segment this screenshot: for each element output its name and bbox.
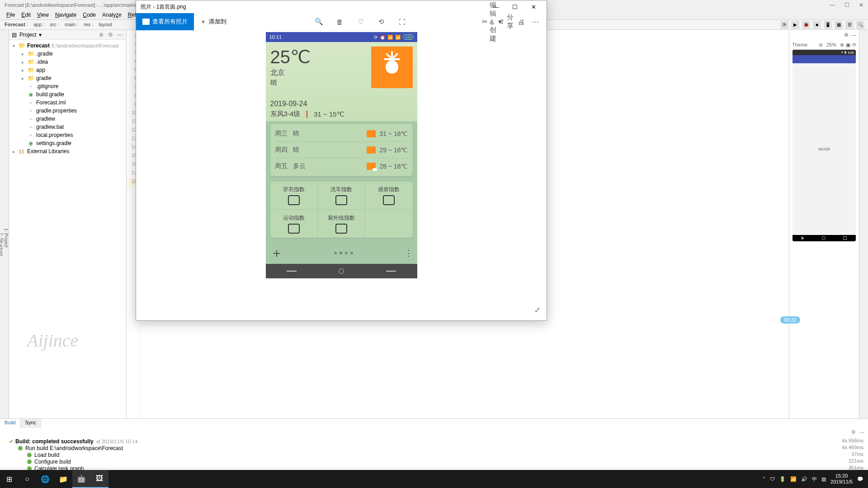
- project-tab[interactable]: 1: Project: [4, 57, 9, 418]
- collapse-icon[interactable]: ⊕: [99, 32, 105, 38]
- tree-item[interactable]: ▫gradlew: [9, 115, 126, 123]
- structure-icon[interactable]: ☰: [845, 21, 854, 29]
- tree-item[interactable]: ▸📁app: [9, 66, 126, 74]
- menu-file[interactable]: File: [4, 11, 18, 19]
- start-button[interactable]: ⊞: [0, 470, 18, 488]
- structure-tab[interactable]: 7: Structure: [0, 70, 4, 418]
- index-cell[interactable]: 感冒指数: [365, 182, 413, 210]
- back-icon[interactable]: [386, 271, 396, 272]
- more-icon[interactable]: ⋮: [405, 248, 413, 258]
- tree-item[interactable]: ▸📁.gradle: [9, 50, 126, 58]
- photo-close[interactable]: ✕: [525, 0, 542, 13]
- tree-item[interactable]: ▫local.properties: [9, 131, 126, 139]
- tray-up-icon[interactable]: ˄: [763, 476, 765, 482]
- view-all-button[interactable]: 查看所有照片: [136, 13, 194, 30]
- stop-icon[interactable]: ■: [813, 21, 821, 29]
- project-label[interactable]: Project: [19, 32, 36, 38]
- run-icon[interactable]: ▶: [791, 21, 799, 29]
- share-button[interactable]: ⇪分享: [502, 18, 510, 26]
- project-header: ▤Project▾ ⊕ ⚙ —: [9, 30, 126, 40]
- shield-icon[interactable]: 🛡: [770, 476, 775, 482]
- project-tree[interactable]: ▾📁 Forecast E:\androidworkspace\Forecast…: [9, 40, 126, 418]
- rotate-icon[interactable]: ⟲: [377, 18, 385, 26]
- photo-titlebar[interactable]: 照片 - 1首页面.png — ☐ ✕: [136, 0, 547, 13]
- add-to-button[interactable]: ＋添加到: [194, 13, 233, 30]
- hide-icon[interactable]: —: [859, 429, 864, 435]
- ide-close[interactable]: ✕: [859, 2, 863, 8]
- edit-create-button[interactable]: ✂编辑 & 创建 ▾: [488, 18, 496, 26]
- sdk-icon[interactable]: ▦: [835, 21, 843, 29]
- zoom-icon[interactable]: 🔍: [315, 18, 323, 26]
- refresh-icon[interactable]: ⟳: [852, 42, 856, 48]
- recents-icon[interactable]: [287, 271, 297, 272]
- hide-icon[interactable]: —: [117, 32, 123, 38]
- sync-icon[interactable]: ⟳: [780, 21, 788, 29]
- add-city-icon[interactable]: ＋: [270, 244, 283, 262]
- ime-icon[interactable]: 中: [812, 476, 817, 483]
- plus-icon: ＋: [200, 18, 206, 26]
- notifications-icon[interactable]: 💬: [857, 476, 863, 482]
- left-toolstrip[interactable]: 1: Project 7: Structure: [0, 30, 9, 418]
- cortana-icon[interactable]: ○: [18, 470, 36, 488]
- ide-minimize[interactable]: —: [830, 2, 835, 8]
- right-toolstrip[interactable]: [859, 30, 868, 418]
- tree-item[interactable]: ▫Forecast.iml: [9, 99, 126, 107]
- wifi-icon[interactable]: 📶: [790, 476, 797, 482]
- home-icon: [822, 236, 826, 240]
- home-icon[interactable]: [339, 268, 344, 274]
- battery-icon[interactable]: 🔋: [779, 476, 786, 482]
- weather-icon: [367, 146, 376, 154]
- tree-item[interactable]: ◉settings.gradle: [9, 139, 126, 147]
- system-tray[interactable]: ˄ 🛡 🔋 📶 🔊 中 ▧ 15:202019/11/5 💬: [763, 473, 868, 485]
- tree-item[interactable]: ▫.gitignore: [9, 82, 126, 90]
- tab-build[interactable]: Build: [0, 419, 20, 428]
- zoom-fit-icon[interactable]: ▣: [846, 42, 850, 48]
- android-studio-icon[interactable]: 🤖: [72, 470, 90, 488]
- heart-icon[interactable]: ♡: [356, 18, 364, 26]
- tree-ext-libs[interactable]: ▸⫿⫿ External Libraries: [9, 147, 126, 155]
- hide-icon[interactable]: —: [851, 32, 856, 38]
- index-cell[interactable]: 运动指数: [270, 210, 318, 238]
- gear-icon[interactable]: ⚙: [108, 32, 114, 38]
- menu-navigate[interactable]: Navigate: [52, 11, 79, 19]
- delete-icon[interactable]: 🗑: [335, 18, 344, 26]
- nvidia-icon[interactable]: ▧: [821, 476, 826, 482]
- photo-canvas[interactable]: 10:11 ⟳⏰📶📶100 25℃ 北京 晴: [136, 30, 547, 320]
- tree-item[interactable]: ▫gradle.properties: [9, 107, 126, 115]
- crop-icon[interactable]: ⛶: [398, 18, 406, 26]
- menu-analyze[interactable]: Analyze: [99, 11, 124, 19]
- browser-icon[interactable]: 🌐: [36, 470, 54, 488]
- volume-icon[interactable]: 🔊: [801, 476, 807, 482]
- ide-maximize[interactable]: ☐: [844, 2, 849, 8]
- tree-item[interactable]: ▫gradlew.bat: [9, 123, 126, 131]
- menu-view[interactable]: View: [34, 11, 52, 19]
- index-cell[interactable]: 紫外线指数: [318, 210, 365, 238]
- index-cell[interactable]: 洗车指数: [318, 182, 365, 210]
- search-icon[interactable]: 🔍: [856, 21, 864, 29]
- debug-icon[interactable]: 🐞: [802, 21, 810, 29]
- gear-icon[interactable]: ⚙: [844, 32, 849, 38]
- more-icon[interactable]: ⋯: [531, 18, 539, 26]
- index-cell[interactable]: 穿衣指数: [270, 182, 318, 210]
- nfc-icon: ⟳: [374, 35, 377, 40]
- gear-icon[interactable]: ⚙: [851, 429, 856, 435]
- tree-root[interactable]: ▾📁 Forecast E:\androidworkspace\Forecast: [9, 42, 126, 50]
- tab-sync[interactable]: Sync: [20, 419, 41, 428]
- zoom-in-icon[interactable]: ⊕: [840, 42, 844, 48]
- menu-edit[interactable]: Edit: [19, 11, 33, 19]
- photos-icon[interactable]: 🖼: [90, 470, 108, 488]
- taskbar-clock[interactable]: 15:202019/11/5: [830, 473, 853, 485]
- theme-label[interactable]: Theme: [792, 42, 807, 47]
- explorer-icon[interactable]: 📁: [54, 470, 72, 488]
- photo-maximize[interactable]: ☐: [506, 0, 524, 13]
- avd-icon[interactable]: 📱: [824, 21, 832, 29]
- breadcrumb[interactable]: Forecast〉 app〉 src〉 main〉 res〉 layout: [3, 20, 114, 29]
- zoom-out-icon[interactable]: ⊖: [819, 42, 823, 48]
- fullscreen-icon[interactable]: ⤢: [534, 305, 540, 314]
- menu-code[interactable]: Code: [80, 11, 99, 19]
- tree-item[interactable]: ◉build.gradle: [9, 90, 126, 99]
- tree-item[interactable]: ▸📁gradle: [9, 74, 126, 82]
- tree-item[interactable]: ▸📁.idea: [9, 58, 126, 66]
- weather-text: 晴: [270, 79, 311, 87]
- print-icon[interactable]: 🖨: [517, 18, 525, 26]
